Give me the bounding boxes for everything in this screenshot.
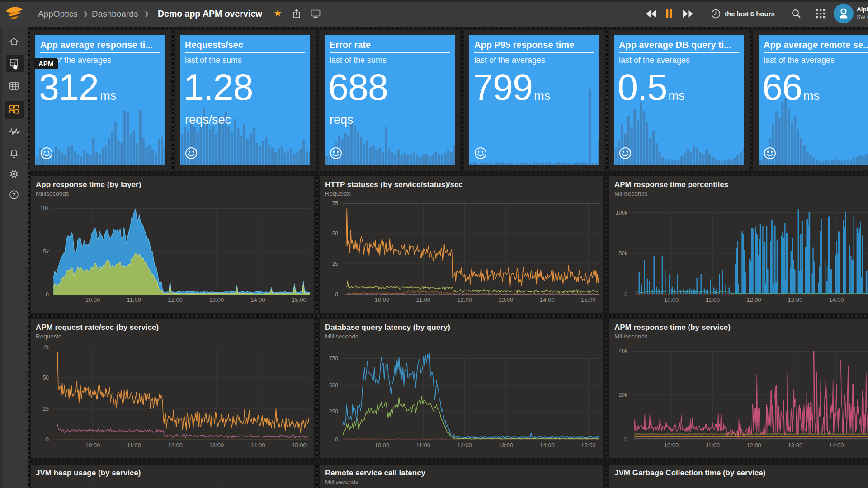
svg-text:0: 0 (46, 436, 49, 443)
svg-text:10:00: 10:00 (375, 296, 390, 303)
svg-text:12:00: 12:00 (168, 296, 183, 303)
svg-text:0: 0 (624, 436, 627, 442)
svg-text:0: 0 (46, 291, 49, 298)
svg-text:15:00: 15:00 (292, 296, 307, 303)
svg-text:13:00: 13:00 (499, 296, 514, 303)
svg-text:13:00: 13:00 (209, 296, 224, 303)
svg-text:11:00: 11:00 (127, 442, 142, 449)
svg-text:14:00: 14:00 (250, 296, 265, 303)
svg-text:14:00: 14:00 (540, 442, 555, 449)
svg-text:10k: 10k (40, 205, 49, 211)
svg-text:0: 0 (624, 291, 627, 297)
svg-text:11:00: 11:00 (416, 442, 431, 449)
svg-text:14:00: 14:00 (540, 296, 555, 303)
svg-text:50k: 50k (619, 250, 628, 257)
svg-text:75: 75 (332, 200, 339, 206)
svg-text:11:00: 11:00 (706, 442, 720, 449)
svg-text:10:00: 10:00 (664, 296, 679, 303)
svg-text:25: 25 (332, 261, 339, 267)
svg-text:11:00: 11:00 (706, 296, 720, 303)
svg-text:11:00: 11:00 (127, 296, 142, 303)
svg-text:40k: 40k (619, 348, 628, 354)
svg-text:12:00: 12:00 (457, 442, 472, 449)
svg-text:13:00: 13:00 (499, 442, 514, 449)
svg-text:12:00: 12:00 (746, 442, 761, 449)
svg-text:10:00: 10:00 (85, 296, 100, 303)
svg-text:13:00: 13:00 (209, 442, 224, 449)
svg-text:13:00: 13:00 (788, 296, 803, 303)
svg-text:75: 75 (43, 344, 49, 350)
svg-text:750: 750 (329, 355, 338, 361)
svg-text:100k: 100k (616, 210, 628, 216)
svg-text:13:00: 13:00 (788, 442, 803, 449)
svg-text:12:00: 12:00 (457, 296, 472, 303)
svg-text:15:00: 15:00 (581, 442, 596, 449)
svg-text:10:00: 10:00 (375, 442, 390, 449)
svg-text:10:00: 10:00 (664, 442, 679, 449)
svg-text:0: 0 (335, 291, 338, 298)
svg-text:14:00: 14:00 (829, 296, 844, 303)
svg-text:15:00: 15:00 (292, 442, 307, 449)
svg-text:14:00: 14:00 (250, 442, 265, 449)
svg-text:500: 500 (329, 382, 338, 389)
svg-text:14:00: 14:00 (829, 442, 844, 449)
svg-text:5k: 5k (43, 249, 49, 255)
svg-text:11:00: 11:00 (416, 296, 431, 303)
svg-text:50: 50 (332, 230, 339, 237)
svg-text:50: 50 (43, 375, 49, 381)
svg-text:15:00: 15:00 (581, 296, 596, 303)
svg-text:12:00: 12:00 (168, 442, 183, 449)
svg-text:0: 0 (335, 436, 338, 443)
svg-text:?: ? (12, 192, 15, 198)
svg-text:250: 250 (329, 408, 338, 415)
svg-text:25: 25 (43, 406, 49, 412)
svg-text:20k: 20k (619, 392, 628, 398)
svg-text:12:00: 12:00 (746, 296, 761, 303)
svg-text:10:00: 10:00 (85, 442, 100, 449)
